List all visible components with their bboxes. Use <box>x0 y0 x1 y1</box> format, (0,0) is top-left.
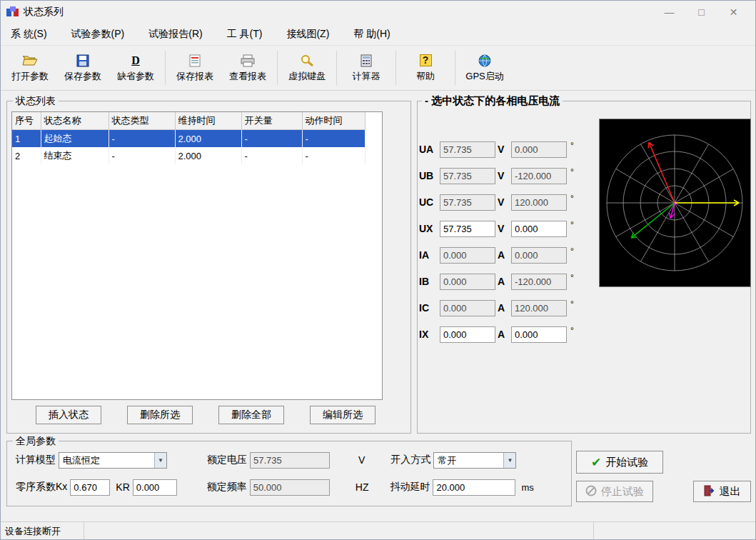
input-mode-label: 开入方式 <box>390 454 430 466</box>
cell: 起始态 <box>41 130 109 148</box>
insert-state-button[interactable]: 插入状态 <box>36 406 101 424</box>
ix-angle-input[interactable] <box>511 326 567 343</box>
save-report-label: 保存报表 <box>176 70 213 83</box>
printer-icon <box>241 54 255 68</box>
ux-label: UX <box>419 221 438 234</box>
calc-model-select[interactable]: 电流恒定 ▼ <box>59 452 167 469</box>
phase-panel-title: - 选中状态下的各相电压电流 <box>422 94 563 108</box>
phase-rows: UA V ° UB V ° UC V ° UX V ° IA <box>419 141 574 344</box>
default-params-icon: D <box>131 54 140 68</box>
cell: 1 <box>12 130 41 148</box>
save-report-button[interactable]: 保存报表 <box>168 48 221 88</box>
kr-input[interactable] <box>133 479 177 496</box>
menu-help[interactable]: 帮 助(H) <box>353 28 390 41</box>
menu-tools[interactable]: 工 具(T) <box>227 28 263 41</box>
chevron-down-icon[interactable]: ▼ <box>154 453 166 468</box>
exit-icon <box>704 485 715 499</box>
ic-unit: A <box>498 300 509 314</box>
virtual-keyboard-label: 虚拟键盘 <box>288 70 326 83</box>
ub-angle-input <box>511 168 567 184</box>
kr-label: KR <box>116 481 129 493</box>
uc-magnitude-input <box>440 194 495 211</box>
jitter-input[interactable] <box>433 479 515 496</box>
ia-magnitude-input <box>440 247 495 264</box>
magnifier-icon <box>300 54 314 68</box>
report-document-icon <box>189 54 201 68</box>
input-mode-select[interactable]: 常开 ▼ <box>433 452 516 469</box>
ux-magnitude-input[interactable] <box>440 221 495 237</box>
ia-label: IA <box>419 247 438 261</box>
save-params-button[interactable]: 保存参数 <box>56 48 109 88</box>
toolbar-separator <box>395 51 396 85</box>
ub-label: UB <box>419 168 438 181</box>
chevron-down-icon[interactable]: ▼ <box>503 453 515 468</box>
phase-row-uc: UC V ° <box>419 194 574 211</box>
maximize-button[interactable]: □ <box>685 1 717 24</box>
state-list-group-title: 状态列表 <box>13 95 59 106</box>
global-params-group-title: 全局参数 <box>13 435 59 446</box>
state-table-header-row: 序号 状态名称 状态类型 维持时间 开关量 动作时间 <box>12 112 365 130</box>
gps-start-button[interactable]: GPS启动 <box>458 48 511 88</box>
state-list-buttons: 插入状态 删除所选 删除全部 编辑所选 <box>36 406 376 424</box>
rated-voltage-label: 额定电压 <box>207 454 247 466</box>
column-header-state-type[interactable]: 状态类型 <box>109 112 175 130</box>
column-header-index[interactable]: 序号 <box>12 112 41 130</box>
state-table-container: 序号 状态名称 状态类型 维持时间 开关量 动作时间 1 起始态 - 2.000… <box>11 111 383 400</box>
calculator-label: 计算器 <box>353 70 380 83</box>
default-params-button[interactable]: D 缺省参数 <box>109 48 162 88</box>
open-folder-icon <box>22 54 38 68</box>
ia-angle-input <box>511 247 567 264</box>
window-controls: — □ ✕ <box>653 1 750 24</box>
minimize-button[interactable]: — <box>653 1 685 24</box>
table-row[interactable]: 2 结束态 - 2.000 - - <box>12 147 365 164</box>
view-report-button[interactable]: 查看报表 <box>221 48 274 88</box>
degree-symbol: ° <box>570 247 574 256</box>
ix-magnitude-input[interactable] <box>440 326 495 343</box>
table-row-selected[interactable]: 1 起始态 - 2.000 - - <box>12 130 365 148</box>
degree-symbol: ° <box>570 168 574 176</box>
ib-unit: A <box>498 274 509 287</box>
rated-freq-input <box>250 479 330 496</box>
column-header-hold-time[interactable]: 维持时间 <box>175 112 241 130</box>
save-icon <box>76 54 89 68</box>
state-list-group: 状态列表 序号 状态名称 状态类型 维持时间 开关量 动作时间 1 起始态 - <box>6 101 411 434</box>
input-mode-value: 常开 <box>434 453 503 468</box>
delete-all-button[interactable]: 删除全部 <box>218 406 284 424</box>
edit-selected-button[interactable]: 编辑所选 <box>310 406 376 424</box>
default-params-label: 缺省参数 <box>117 70 154 83</box>
cell: - <box>109 130 175 148</box>
close-button[interactable]: ✕ <box>717 1 750 24</box>
calculator-button[interactable]: 计算器 <box>340 48 393 88</box>
view-report-label: 查看报表 <box>229 70 266 83</box>
global-params-group: 全局参数 计算模型 电流恒定 ▼ 额定电压 V 开入方式 常开 ▼ 零序系数Kx… <box>6 441 572 506</box>
cell: - <box>241 130 302 148</box>
open-params-button[interactable]: 打开参数 <box>4 48 56 88</box>
phase-row-ia: IA A ° <box>419 247 574 264</box>
zero-seq-input[interactable] <box>70 479 110 496</box>
ib-angle-input <box>511 274 567 290</box>
column-header-action-time[interactable]: 动作时间 <box>302 112 365 130</box>
status-device-connection: 设备连接断开 <box>1 522 84 539</box>
ux-angle-input[interactable] <box>511 221 567 237</box>
virtual-keyboard-button[interactable]: 虚拟键盘 <box>281 48 333 88</box>
phase-row-ic: IC A ° <box>419 300 574 317</box>
menu-test-params[interactable]: 试验参数(P) <box>71 28 125 41</box>
cell: - <box>302 130 365 148</box>
stop-test-label: 停止试验 <box>601 485 644 499</box>
help-button[interactable]: ? 帮助 <box>399 48 452 88</box>
column-header-state-name[interactable]: 状态名称 <box>41 112 109 130</box>
start-test-label: 开始试验 <box>605 456 648 469</box>
check-icon: ✔ <box>591 455 601 470</box>
open-params-label: 打开参数 <box>11 70 49 83</box>
delete-selected-button[interactable]: 删除所选 <box>127 406 193 424</box>
exit-button[interactable]: 退出 <box>693 481 751 502</box>
menu-system[interactable]: 系 统(S) <box>11 28 47 41</box>
start-test-button[interactable]: ✔ 开始试验 <box>576 451 663 474</box>
uc-unit: V <box>498 194 509 208</box>
column-header-switch[interactable]: 开关量 <box>241 112 302 130</box>
ub-magnitude-input <box>440 168 495 184</box>
status-middle-panel <box>84 522 594 539</box>
state-table: 序号 状态名称 状态类型 维持时间 开关量 动作时间 1 起始态 - 2.000… <box>12 112 366 164</box>
menu-test-report[interactable]: 试验报告(R) <box>148 28 202 41</box>
menu-wiring-diagram[interactable]: 接线图(Z) <box>286 28 329 41</box>
